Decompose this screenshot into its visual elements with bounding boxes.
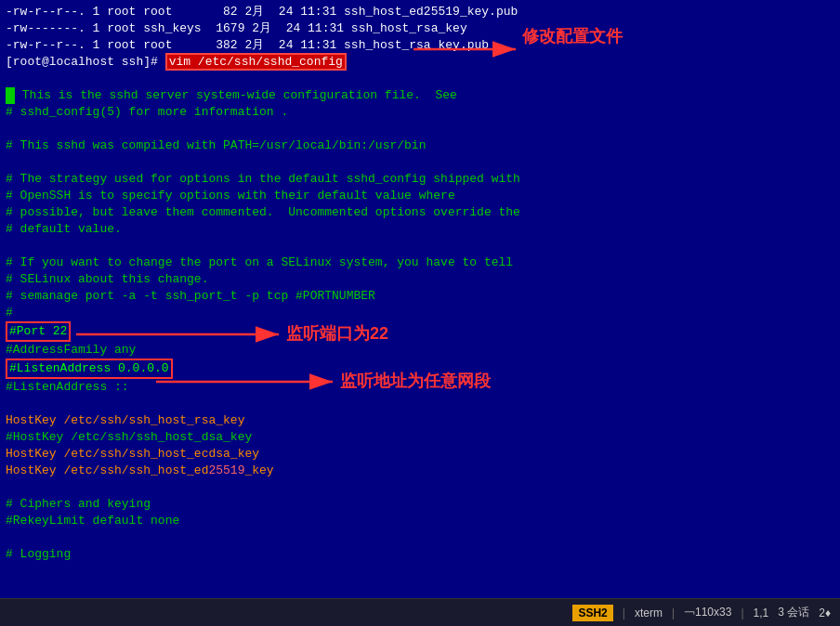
status-sep-2: |: [672, 606, 675, 619]
comment-31: #RekeyLimit default none: [6, 513, 834, 529]
port-line: #Port 22: [6, 321, 834, 342]
file-listing-2: -rw-------. 1 root ssh_keys 1679 2月 24 1…: [6, 20, 834, 37]
blank-5: [6, 396, 834, 412]
comment-19: #: [6, 305, 834, 321]
status-size: ￢110x33: [684, 605, 731, 620]
file-listing-3: -rw-r--r--. 1 root root 382 2月 24 11:31 …: [6, 37, 834, 54]
comment-18: # semanage port -a -t ssh_port_t -p tcp …: [6, 288, 834, 305]
comment-33: # Logging: [6, 546, 834, 563]
comment-21: #AddressFamily any: [6, 342, 834, 359]
comment-14: # default value.: [6, 221, 834, 238]
statusbar: SSH2 | xterm | ￢110x33 | 1,1 3 会话 2♦: [0, 598, 840, 626]
terminal: -rw-r--r--. 1 root root 82 2月 24 11:31 s…: [0, 0, 840, 598]
blank-7: [6, 529, 834, 546]
hostkey-3: HostKey /etc/ssh/ssh_host_ecdsa_key: [6, 446, 834, 463]
comment-13: # possible, but leave them commented. Un…: [6, 204, 834, 221]
status-sep-3: |: [741, 606, 743, 619]
comment-6: This is the sshd server system-wide conf…: [6, 87, 834, 104]
status-term: xterm: [635, 606, 663, 619]
comment-7: # sshd_config(5) for more information .: [6, 104, 834, 121]
comment-9: # This sshd was compiled with PATH=/usr/…: [6, 137, 834, 154]
blank-2: [6, 121, 834, 137]
blank-6: [6, 479, 834, 496]
comment-11: # The strategy used for options in the d…: [6, 171, 834, 188]
hostkey-4: HostKey /etc/ssh/ssh_host_ed25519_key: [6, 463, 834, 479]
hostkey-1: HostKey /etc/ssh/ssh_host_rsa_key: [6, 412, 834, 429]
comment-30: # Ciphers and keying: [6, 496, 834, 513]
comment-17: # SELinux about this change.: [6, 271, 834, 288]
status-ssh: SSH2: [572, 605, 612, 621]
status-extra: 2♦: [819, 606, 831, 619]
blank-4: [6, 238, 834, 254]
listen-address-line: #ListenAddress 0.0.0.0: [6, 359, 834, 379]
status-session: 3 会话: [778, 605, 809, 620]
status-sep-1: |: [623, 606, 625, 619]
comment-16: # If you want to change the port on a SE…: [6, 254, 834, 271]
status-pos: 1,1: [754, 606, 769, 619]
file-listing-1: -rw-r--r--. 1 root root 82 2月 24 11:31 s…: [6, 4, 834, 20]
command-line: [root@localhost ssh]# vim /etc/ssh/sshd_…: [6, 54, 834, 71]
blank-3: [6, 154, 834, 171]
comment-26: #HostKey /etc/ssh/ssh_host_dsa_key: [6, 429, 834, 446]
comment-23: #ListenAddress ::: [6, 379, 834, 396]
blank-1: [6, 71, 834, 87]
comment-12: # OpenSSH is to specify options with the…: [6, 188, 834, 204]
